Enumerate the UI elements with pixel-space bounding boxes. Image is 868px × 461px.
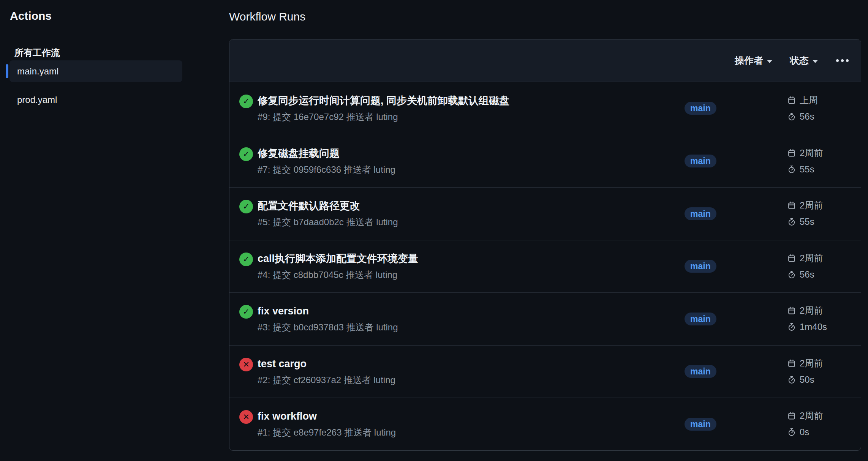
run-title-link[interactable]: fix version [258, 304, 398, 318]
run-date: 2周前 [800, 147, 823, 159]
kebab-horizontal-icon [836, 59, 849, 62]
run-summary: ✕ test cargo #2: 提交 cf260937a2 推送者 lutin… [239, 357, 685, 386]
all-workflows-label: 所有工作流 [14, 47, 60, 58]
branch-badge[interactable]: main [685, 260, 716, 273]
calendar-icon [787, 412, 796, 420]
run-duration: 1m40s [800, 320, 827, 333]
run-duration-line: 56s [787, 268, 851, 281]
actor-filter-label: 操作者 [735, 54, 763, 67]
calendar-icon [787, 359, 796, 368]
workflow-run-row: ✕ fix workflow #1: 提交 e8e97fe263 推送者 lut… [229, 398, 861, 450]
stopwatch-icon [787, 270, 796, 279]
stopwatch-icon [787, 112, 796, 121]
check-circle-icon: ✓ [239, 305, 253, 319]
run-branch-cell: main [685, 207, 786, 220]
workflow-run-row: ✕ test cargo #2: 提交 cf260937a2 推送者 lutin… [229, 345, 861, 398]
actions-page: Actions 所有工作流 main.yaml prod.yaml Workfl… [0, 0, 868, 461]
run-duration-line: 1m40s [787, 320, 851, 333]
stopwatch-icon [787, 428, 796, 436]
run-title-link[interactable]: 修复同步运行时间计算问题, 同步关机前卸载默认组磁盘 [258, 94, 509, 107]
run-branch-cell: main [685, 260, 786, 273]
x-circle-icon: ✕ [239, 358, 253, 371]
run-commit-info: #7: 提交 0959f6c636 推送者 luting [258, 164, 395, 176]
calendar-icon [787, 201, 796, 210]
check-circle-icon: ✓ [239, 200, 253, 213]
run-commit-info: #4: 提交 c8dbb7045c 推送者 luting [258, 269, 418, 281]
run-date: 上周 [800, 94, 818, 107]
run-duration-line: 50s [787, 373, 851, 386]
run-duration: 56s [800, 268, 814, 281]
run-branch-cell: main [685, 365, 786, 378]
check-circle-icon: ✓ [239, 253, 253, 266]
run-date-line: 2周前 [787, 304, 851, 317]
runs-list: ✓ 修复同步运行时间计算问题, 同步关机前卸载默认组磁盘 #9: 提交 16e7… [229, 82, 861, 450]
selected-accent-bar [6, 64, 8, 78]
sidebar-item-main-yaml[interactable]: main.yaml [9, 60, 182, 82]
stopwatch-icon [787, 218, 796, 226]
run-date-line: 2周前 [787, 409, 851, 422]
run-summary: ✓ 配置文件默认路径更改 #5: 提交 b7daad0b2c 推送者 lutin… [239, 199, 685, 228]
run-date: 2周前 [800, 357, 823, 370]
run-duration: 0s [800, 426, 809, 439]
calendar-icon [787, 306, 796, 315]
run-date-line: 上周 [787, 94, 851, 107]
run-commit-info: #2: 提交 cf260937a2 推送者 luting [258, 374, 395, 386]
sidebar-item-all-workflows[interactable]: 所有工作流 [9, 45, 182, 60]
run-duration-line: 0s [787, 426, 851, 439]
branch-badge[interactable]: main [685, 418, 716, 431]
runs-container: 操作者 状态 ✓ 修复同步运行时间计算问题, 同步关机前卸载默认组磁盘 #9: [229, 39, 861, 451]
run-date: 2周前 [800, 304, 823, 317]
run-date-line: 2周前 [787, 252, 851, 265]
workflows-sidebar: Actions 所有工作流 main.yaml prod.yaml [0, 0, 219, 461]
more-options-button[interactable] [835, 57, 849, 64]
run-timing-cell: 2周前 55s [786, 147, 851, 176]
run-summary: ✓ fix version #3: 提交 b0cd9378d3 推送者 luti… [239, 304, 685, 333]
run-title-link[interactable]: 修复磁盘挂载问题 [258, 147, 395, 160]
sidebar-title: Actions [10, 8, 219, 24]
chevron-down-icon [813, 60, 818, 63]
run-timing-cell: 2周前 0s [786, 409, 851, 439]
branch-badge[interactable]: main [685, 365, 716, 378]
run-date: 2周前 [800, 252, 823, 265]
workflow-run-row: ✓ fix version #3: 提交 b0cd9378d3 推送者 luti… [229, 292, 861, 345]
run-summary: ✓ 修复同步运行时间计算问题, 同步关机前卸载默认组磁盘 #9: 提交 16e7… [239, 94, 685, 123]
run-commit-info: #9: 提交 16e70e7c92 推送者 luting [258, 111, 509, 123]
prod-yaml-label: prod.yaml [17, 95, 57, 105]
run-commit-info: #5: 提交 b7daad0b2c 推送者 luting [258, 216, 398, 228]
page-title: Workflow Runs [229, 8, 861, 25]
sidebar-item-prod-yaml[interactable]: prod.yaml [9, 89, 182, 111]
run-duration-line: 55s [787, 215, 851, 228]
run-title-link[interactable]: call执行脚本添加配置文件环境变量 [258, 252, 418, 265]
workflow-nav: 所有工作流 main.yaml prod.yaml [9, 45, 182, 111]
status-filter-button[interactable]: 状态 [790, 54, 818, 67]
branch-badge[interactable]: main [685, 155, 716, 167]
actor-filter-button[interactable]: 操作者 [735, 54, 772, 67]
calendar-icon [787, 254, 796, 262]
calendar-icon [787, 96, 796, 104]
run-date: 2周前 [800, 409, 823, 422]
main-yaml-label: main.yaml [17, 66, 58, 76]
workflow-run-row: ✓ 配置文件默认路径更改 #5: 提交 b7daad0b2c 推送者 lutin… [229, 187, 861, 240]
run-branch-cell: main [685, 313, 786, 325]
chevron-down-icon [767, 60, 772, 63]
workflow-run-row: ✓ 修复磁盘挂载问题 #7: 提交 0959f6c636 推送者 luting … [229, 135, 861, 188]
runs-filter-bar: 操作者 状态 [229, 39, 861, 82]
run-commit-info: #3: 提交 b0cd9378d3 推送者 luting [258, 321, 398, 333]
branch-badge[interactable]: main [685, 313, 716, 325]
workflow-runs-panel: Workflow Runs 操作者 状态 ✓ [219, 0, 868, 461]
run-summary: ✓ call执行脚本添加配置文件环境变量 #4: 提交 c8dbb7045c 推… [239, 252, 685, 281]
branch-badge[interactable]: main [685, 207, 716, 220]
run-duration: 55s [800, 163, 814, 176]
run-title-link[interactable]: fix workflow [258, 409, 396, 423]
run-timing-cell: 2周前 56s [786, 252, 851, 281]
run-title-link[interactable]: test cargo [258, 357, 395, 371]
check-circle-icon: ✓ [239, 147, 253, 161]
check-circle-icon: ✓ [239, 95, 253, 108]
branch-badge[interactable]: main [685, 102, 716, 115]
workflow-run-row: ✓ call执行脚本添加配置文件环境变量 #4: 提交 c8dbb7045c 推… [229, 240, 861, 293]
run-title-link[interactable]: 配置文件默认路径更改 [258, 199, 398, 213]
run-branch-cell: main [685, 102, 786, 115]
run-timing-cell: 上周 56s [786, 94, 851, 123]
stopwatch-icon [787, 165, 796, 174]
run-timing-cell: 2周前 1m40s [786, 304, 851, 333]
